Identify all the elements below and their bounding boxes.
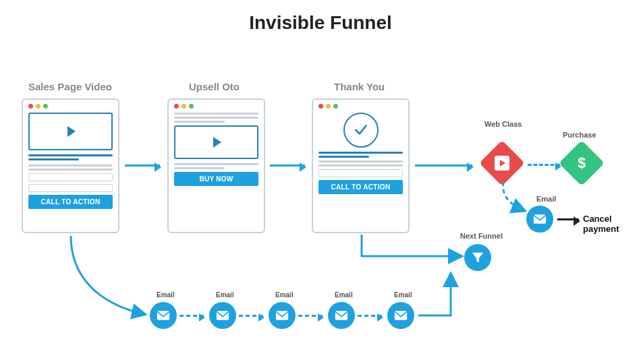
cta-button: CALL TO ACTION <box>318 180 403 194</box>
card-sales-page: CALL TO ACTION <box>22 98 119 233</box>
email-node-seq-5 <box>387 302 414 329</box>
window-dots <box>318 104 403 109</box>
purchase-node: $ <box>559 140 605 186</box>
play-icon <box>213 137 221 148</box>
video-placeholder <box>28 113 113 150</box>
svg-rect-5 <box>395 311 407 320</box>
funnel-icon <box>470 250 485 265</box>
form-field <box>318 169 403 177</box>
arrow-icon <box>557 218 579 220</box>
dashed-arrow-icon <box>298 315 323 317</box>
dollar-icon: $ <box>578 154 586 172</box>
label-sales-page: Sales Page Video <box>28 81 112 92</box>
envelope-icon <box>335 310 348 321</box>
label-cancel-payment: Cancel payment <box>583 214 641 234</box>
envelope-icon <box>216 310 229 321</box>
form-field <box>28 173 113 181</box>
dashed-arrow-icon <box>358 315 382 317</box>
cta-button: CALL TO ACTION <box>28 195 113 209</box>
next-funnel-node <box>464 244 491 271</box>
form-field <box>28 184 113 192</box>
label-upsell: Upsell Oto <box>189 81 240 92</box>
envelope-icon <box>533 214 547 224</box>
arrow-icon <box>415 164 472 166</box>
video-placeholder <box>174 125 258 159</box>
svg-rect-4 <box>335 311 347 320</box>
dashed-arrow-icon <box>179 315 204 317</box>
email-node-right <box>526 206 553 233</box>
email-node-seq-1 <box>150 302 177 329</box>
card-upsell: BUY NOW <box>167 98 265 233</box>
label-purchase: Purchase <box>563 131 596 139</box>
label-next-funnel: Next Funnel <box>460 232 503 240</box>
check-circle-icon <box>343 113 379 148</box>
label-email-seq-2: Email <box>216 291 234 299</box>
label-email-seq-4: Email <box>335 291 353 299</box>
envelope-icon <box>275 310 289 321</box>
svg-rect-0 <box>534 214 546 223</box>
diagram-title: Invisible Funnel <box>0 12 641 34</box>
web-class-node <box>479 140 525 186</box>
play-icon <box>495 156 509 171</box>
email-node-seq-2 <box>209 302 236 329</box>
label-email-seq-3: Email <box>275 291 294 299</box>
label-email-seq-1: Email <box>157 291 175 299</box>
dashed-arrow-icon <box>239 315 263 317</box>
svg-rect-2 <box>217 311 229 320</box>
arrow-icon <box>125 164 160 166</box>
envelope-icon <box>394 310 408 321</box>
svg-rect-1 <box>157 311 169 320</box>
label-email-seq-5: Email <box>394 291 412 299</box>
label-web-class: Web Class <box>484 120 522 128</box>
svg-rect-3 <box>276 311 288 320</box>
connector-thankyou-to-funnel <box>360 235 468 268</box>
envelope-icon <box>157 310 170 321</box>
card-thankyou: CALL TO ACTION <box>312 98 410 233</box>
window-dots <box>28 104 113 109</box>
arrow-icon <box>270 164 305 166</box>
dashed-arrow-icon <box>528 164 560 166</box>
email-node-seq-4 <box>328 302 355 329</box>
label-thankyou: Thank You <box>334 81 385 92</box>
connector-emails-to-funnel <box>417 270 484 320</box>
email-node-seq-3 <box>269 302 296 329</box>
label-email-right: Email <box>536 195 556 203</box>
play-icon <box>67 126 76 137</box>
buy-now-button: BUY NOW <box>174 172 258 186</box>
window-dots <box>174 104 258 109</box>
